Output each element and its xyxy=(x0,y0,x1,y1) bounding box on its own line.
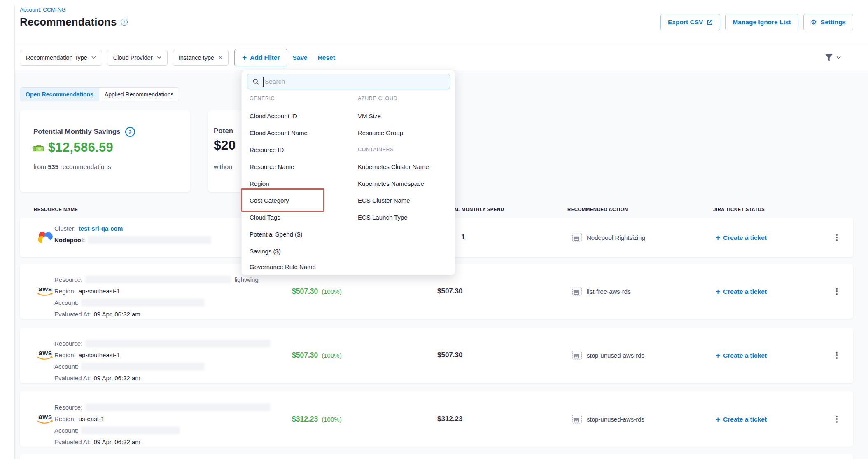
col-recommended-action: RECOMMENDED ACTION xyxy=(567,207,628,212)
plus-icon: + xyxy=(716,351,720,359)
row-menu-button[interactable] xyxy=(834,349,839,361)
info-icon[interactable]: i xyxy=(121,19,128,26)
close-icon[interactable]: × xyxy=(218,54,222,61)
chevron-down-icon xyxy=(836,56,841,59)
divider xyxy=(313,53,313,62)
spend-value-fragment: 1 xyxy=(461,233,465,241)
filter-chip-recommendation-type[interactable]: Recommendation Type xyxy=(20,50,102,66)
filter-option-resource-name[interactable]: Resource Name xyxy=(250,158,294,175)
region-label: Region: xyxy=(54,415,76,422)
filter-chip-instance-type[interactable]: Instance type × xyxy=(173,50,229,66)
potential-monthly-savings-card: Potential Monthly Savings ? $12,586.59 f… xyxy=(20,110,190,192)
plus-icon: + xyxy=(716,234,720,241)
tab-open-recommendations[interactable]: Open Recommendations xyxy=(20,88,99,101)
section-generic: GENERIC xyxy=(250,96,275,102)
create-ticket-label: Create a ticket xyxy=(723,288,767,295)
create-ticket-button[interactable]: + Create a ticket xyxy=(716,288,767,295)
filter-option-ecs-launch-type[interactable]: ECS Launch Type xyxy=(358,209,408,226)
filter-option-resource-group[interactable]: Resource Group xyxy=(358,124,403,141)
filter-search[interactable] xyxy=(247,74,450,89)
aws-icon: aws xyxy=(36,349,55,361)
region-label: Region: xyxy=(54,288,76,295)
recommended-action-label: list-free-aws-rds xyxy=(587,288,631,295)
filter-option-kubernetes-namespace[interactable]: Kubernetes Namespace xyxy=(358,175,424,192)
cost-category-annotation-highlight xyxy=(241,188,324,212)
monthly-spend-cell: $507.30 xyxy=(437,351,462,359)
region-value: ap-southeast-1 xyxy=(79,288,120,295)
filter-option-savings[interactable]: Savings ($) xyxy=(250,243,281,260)
chevron-down-icon[interactable] xyxy=(91,56,96,59)
redacted-value xyxy=(88,236,211,244)
row-menu-button[interactable] xyxy=(834,231,839,244)
tab-applied-recommendations[interactable]: Applied Recommendations xyxy=(99,88,179,101)
recommended-action-cell: stop-unused-aws-rds xyxy=(572,351,644,360)
region-label: Region: xyxy=(54,351,76,358)
savings-percent: (100%) xyxy=(322,288,341,295)
export-csv-label: Export CSV xyxy=(668,19,703,26)
add-filter-button[interactable]: + Add Filter xyxy=(234,49,287,66)
create-ticket-button[interactable]: + Create a ticket xyxy=(716,351,767,359)
recommendation-image-icon xyxy=(572,287,582,296)
recommended-action-cell: list-free-aws-rds xyxy=(572,287,631,296)
aws-icon: aws xyxy=(36,413,55,425)
settings-button[interactable]: ⚙ Settings xyxy=(803,14,853,30)
row-menu-button[interactable] xyxy=(834,285,839,297)
manage-ignore-list-label: Manage Ignore List xyxy=(733,19,791,26)
filter-option-cloud-account-id[interactable]: Cloud Account ID xyxy=(250,108,297,124)
create-ticket-label: Create a ticket xyxy=(723,415,767,423)
filter-chip-cloud-provider[interactable]: Cloud Provider xyxy=(107,50,168,66)
filter-option-cloud-account-name[interactable]: Cloud Account Name xyxy=(250,124,308,141)
filter-option-ecs-cluster-name[interactable]: ECS Cluster Name xyxy=(358,192,410,209)
spend-value: $312.23 xyxy=(437,415,462,423)
monthly-savings-cell: $507.30 (100%) xyxy=(292,351,342,360)
savings-percent: (100%) xyxy=(322,352,341,359)
saved-filters-button[interactable] xyxy=(824,54,841,62)
filter-option-kubernetes-cluster-name[interactable]: Kubernetes Cluster Name xyxy=(358,158,429,175)
spend-card-title-fragment: Poten xyxy=(214,127,233,135)
plus-icon: + xyxy=(242,54,247,61)
create-ticket-button[interactable]: + Create a ticket xyxy=(716,415,767,423)
recommended-action-label: Nodepool Rightsizing xyxy=(587,234,645,241)
savings-value: $507.30 xyxy=(292,287,318,296)
settings-label: Settings xyxy=(821,19,846,26)
help-icon[interactable]: ? xyxy=(125,127,135,137)
search-input[interactable] xyxy=(265,74,446,89)
cluster-link[interactable]: test-sri-qa-ccm xyxy=(79,225,123,232)
aws-icon: aws xyxy=(36,286,55,297)
evaluated-at-label: Evaluated At: xyxy=(54,438,91,445)
text-cursor xyxy=(263,77,264,87)
filter-option-governance-rule-name[interactable]: Governance Rule Name xyxy=(250,258,316,275)
row-menu-button[interactable] xyxy=(834,413,839,425)
manage-ignore-list-button[interactable]: Manage Ignore List xyxy=(725,14,798,30)
create-ticket-button[interactable]: + Create a ticket xyxy=(716,234,767,241)
cluster-label: Cluster: xyxy=(54,225,76,232)
account-label: Account: xyxy=(54,363,78,370)
savings-amount: $12,586.59 xyxy=(48,140,113,155)
table-row-partial[interactable] xyxy=(20,454,853,459)
redacted-value xyxy=(85,340,271,347)
redacted-value xyxy=(81,426,180,434)
spend-value: $507.30 xyxy=(437,287,462,295)
table-row[interactable]: aws Resource: Region: us-east-1 Account:… xyxy=(20,391,853,447)
save-filter-button[interactable]: Save xyxy=(292,54,307,61)
recommendation-image-icon xyxy=(572,233,582,242)
gear-icon: ⚙ xyxy=(811,19,817,26)
table-row[interactable]: aws Resource: Region: ap-southeast-1 Acc… xyxy=(20,328,853,383)
breadcrumb-account-link[interactable]: Account: CCM-NG xyxy=(20,7,66,13)
recommended-action-label: stop-unused-aws-rds xyxy=(587,352,644,359)
export-csv-button[interactable]: Export CSV xyxy=(660,14,720,30)
reset-filter-button[interactable]: Reset xyxy=(318,54,335,61)
filter-option-resource-id[interactable]: Resource ID xyxy=(250,141,284,158)
money-icon xyxy=(32,143,44,152)
savings-card-title: Potential Monthly Savings xyxy=(33,128,121,136)
monthly-spend-cell: $312.23 xyxy=(437,415,462,423)
monthly-savings-cell: $507.30 (100%) xyxy=(292,287,342,296)
resource-label: Resource: xyxy=(54,340,82,347)
spend-subtext-fragment: withou xyxy=(214,163,232,171)
recommended-action-cell: stop-unused-aws-rds xyxy=(572,415,644,424)
filter-option-potential-spend[interactable]: Potential Spend ($) xyxy=(250,226,302,243)
chevron-down-icon[interactable] xyxy=(157,56,161,59)
spend-amount-fragment: $20 xyxy=(214,138,236,153)
filter-option-vm-size[interactable]: VM Size xyxy=(358,108,381,124)
recommendation-image-icon xyxy=(572,351,582,360)
